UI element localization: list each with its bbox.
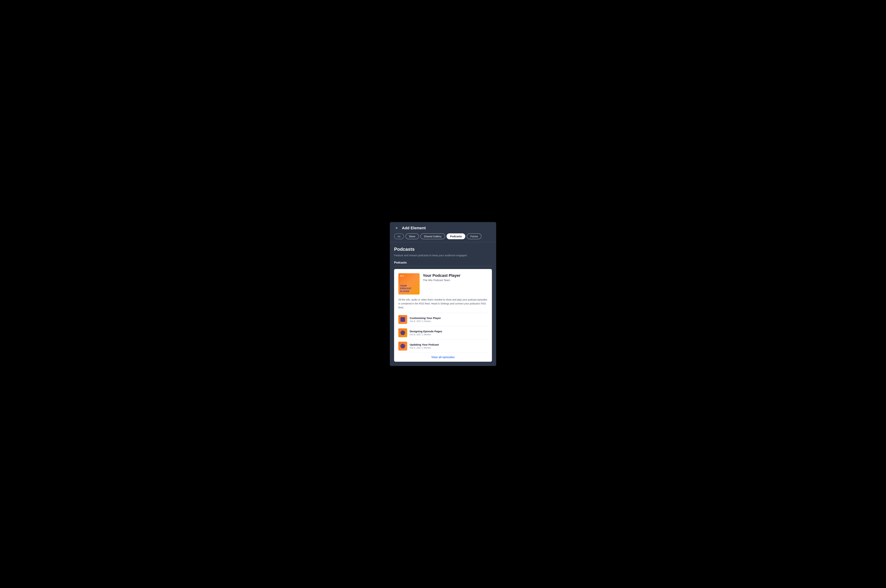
episode-item[interactable]: Customizing Your Player Oct 8, 2017 | 24… [398, 313, 488, 326]
thumb-shape [400, 344, 405, 348]
section-title: Podcasts [394, 246, 492, 252]
main-content: Podcasts Feature and stream podcasts to … [390, 242, 496, 366]
episode-info: Designing Episode Pages Oct 8, 2017 | 34… [410, 330, 488, 336]
episode-info: Customizing Your Player Oct 8, 2017 | 24… [410, 316, 488, 322]
panel-header: × Add Element [390, 222, 496, 233]
episode-thumbnail [398, 315, 407, 324]
podcast-card[interactable]: WIX YOUR PODCAST PLAYER Your Podcast Pla… [394, 269, 492, 362]
episode-item[interactable]: Designing Episode Pages Oct 8, 2017 | 34… [398, 326, 488, 339]
tab-store[interactable]: Store [405, 233, 419, 239]
cover-wix-logo: WIX [400, 275, 404, 277]
episode-title: Designing Episode Pages [410, 330, 488, 333]
card-info: Your Podcast Player The Wix Podcast Team [423, 273, 488, 282]
episode-thumbnail [398, 328, 407, 337]
thumb-shape [400, 317, 405, 322]
card-podcast-title: Your Podcast Player [423, 273, 488, 278]
thumb-shape [400, 330, 405, 335]
add-element-panel: × Add Element es Store Shared Gallery Po… [390, 222, 496, 366]
episode-info: Updating Your Podcast Oct 8, 2017 | 34mi… [410, 343, 488, 349]
episode-meta: Oct 8, 2017 | 24mins [410, 320, 488, 322]
tab-shared-gallery[interactable]: Shared Gallery [420, 233, 445, 239]
tab-forms[interactable]: Forms [467, 233, 481, 239]
episode-meta: Oct 8, 2017 | 34mins [410, 346, 488, 349]
episode-title: Customizing Your Player [410, 316, 488, 320]
view-all-section: View all episodes [398, 353, 488, 362]
card-description: All the info, audio or video that's need… [398, 298, 488, 310]
close-button[interactable]: × [394, 226, 399, 231]
episode-title: Updating Your Podcast [410, 343, 488, 346]
subsection-divider [394, 266, 492, 266]
card-author: The Wix Podcast Team [423, 279, 488, 282]
episode-meta: Oct 8, 2017 | 34mins [410, 333, 488, 336]
episodes-list: Customizing Your Player Oct 8, 2017 | 24… [398, 313, 488, 353]
card-header: WIX YOUR PODCAST PLAYER Your Podcast Pla… [398, 273, 488, 294]
view-all-episodes-button[interactable]: View all episodes [431, 356, 455, 359]
episode-thumbnail [398, 342, 407, 351]
panel-title: Add Element [402, 226, 426, 230]
section-description: Feature and stream podcasts to keep your… [394, 254, 492, 258]
subsection-label: Podcasts [394, 261, 492, 264]
tab-partial[interactable]: es [394, 233, 404, 239]
podcast-cover-image: WIX YOUR PODCAST PLAYER [398, 273, 420, 294]
tab-podcasts[interactable]: Podcasts [447, 233, 466, 239]
tab-bar: es Store Shared Gallery Podcasts Forms [390, 233, 496, 242]
episode-item[interactable]: Updating Your Podcast Oct 8, 2017 | 34mi… [398, 339, 488, 353]
cover-text: YOUR PODCAST PLAYER [400, 284, 411, 293]
